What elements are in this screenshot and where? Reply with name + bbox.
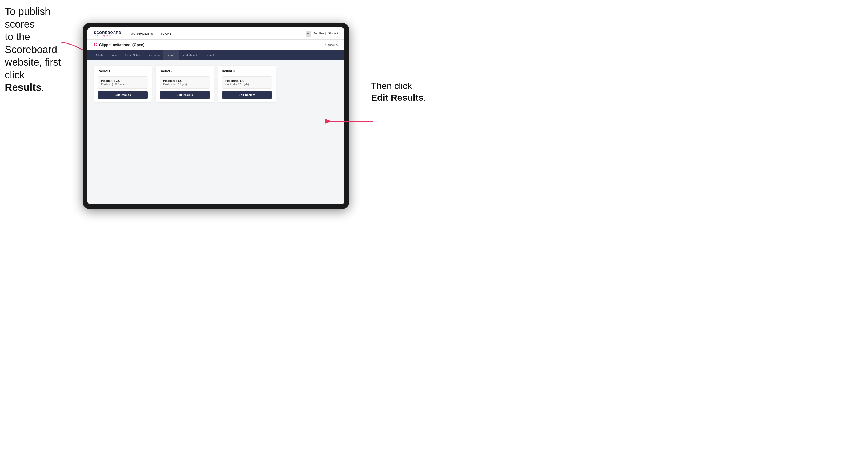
- instruction-right-post: .: [424, 93, 426, 103]
- edit-results-round-2[interactable]: Edit Results: [160, 91, 210, 99]
- close-icon: ✕: [336, 43, 338, 46]
- logo-scoreboard: SCOREBOARD: [94, 31, 122, 34]
- tab-details[interactable]: Details: [92, 50, 106, 60]
- rounds-grid: Round 1 Peachtree GC Gold (M) (7010 yds)…: [94, 66, 338, 102]
- round-2-course-details: Gold (M) (7010 yds): [163, 83, 207, 86]
- instruction-right-line2: Edit Results: [371, 93, 423, 103]
- tab-results[interactable]: Results: [163, 50, 179, 60]
- edit-results-round-3[interactable]: Edit Results: [222, 91, 272, 99]
- round-2-title: Round 2: [160, 69, 210, 73]
- edit-results-round-1[interactable]: Edit Results: [98, 91, 148, 99]
- tournament-header: C Clippd Invitational (Open) Cancel ✕: [87, 40, 344, 50]
- round-3-title: Round 3: [222, 69, 272, 73]
- round-2-card: Round 2 Peachtree GC Gold (M) (7010 yds)…: [156, 66, 214, 102]
- user-avatar: TU: [306, 31, 311, 36]
- round-2-course-card: Peachtree GC Gold (M) (7010 yds): [160, 76, 210, 89]
- user-name: Test User |: [313, 32, 326, 35]
- round-1-course-card: Peachtree GC Gold (M) (7010 yds): [98, 76, 148, 89]
- empty-column: [280, 66, 338, 102]
- round-3-course-card: Peachtree GC Gold (M) (7010 yds): [222, 76, 272, 89]
- logo-sub: Powered by clippd: [94, 34, 122, 36]
- round-1-title: Round 1: [98, 69, 148, 73]
- tab-printables[interactable]: Printables: [202, 50, 220, 60]
- tab-course-setup[interactable]: Course Setup: [121, 50, 143, 60]
- tournament-icon: C: [94, 42, 97, 47]
- instruction-left: To publish scores to the Scoreboard webs…: [5, 5, 63, 94]
- instruction-line4: click Results.: [5, 69, 44, 93]
- nav-teams[interactable]: TEAMS: [161, 31, 172, 36]
- round-1-course-name: Peachtree GC: [101, 79, 145, 82]
- tab-teams[interactable]: Teams: [106, 50, 121, 60]
- instruction-line1: To publish scores: [5, 6, 51, 30]
- cancel-button[interactable]: Cancel ✕: [326, 43, 338, 46]
- round-1-card: Round 1 Peachtree GC Gold (M) (7010 yds)…: [94, 66, 152, 102]
- instruction-right-line1: Then click: [371, 81, 412, 91]
- tablet-screen: SCOREBOARD Powered by clippd TOURNAMENTS…: [87, 27, 344, 205]
- round-3-card: Round 3 Peachtree GC Gold (M) (7010 yds)…: [218, 66, 276, 102]
- main-content: Round 1 Peachtree GC Gold (M) (7010 yds)…: [87, 60, 344, 205]
- round-3-course-name: Peachtree GC: [225, 79, 269, 82]
- tournament-title: C Clippd Invitational (Open): [94, 42, 145, 47]
- tournament-name: Clippd Invitational (Open): [99, 43, 145, 47]
- sign-out-link[interactable]: Sign out: [328, 32, 338, 35]
- round-1-course-details: Gold (M) (7010 yds): [101, 83, 145, 86]
- round-2-course-name: Peachtree GC: [163, 79, 207, 82]
- tab-bar: Details Teams Course Setup Tee Groups Re…: [87, 50, 344, 60]
- instruction-right: Then click Edit Results.: [371, 80, 426, 103]
- logo-area: SCOREBOARD Powered by clippd: [94, 31, 122, 36]
- round-3-course-details: Gold (M) (7010 yds): [225, 83, 269, 86]
- tab-leaderboards[interactable]: Leaderboards: [179, 50, 202, 60]
- top-nav: SCOREBOARD Powered by clippd TOURNAMENTS…: [87, 27, 344, 40]
- instruction-line2: to the Scoreboard: [5, 31, 57, 55]
- nav-tournaments[interactable]: TOURNAMENTS: [129, 31, 153, 36]
- tablet-frame: SCOREBOARD Powered by clippd TOURNAMENTS…: [83, 23, 349, 209]
- nav-right: TU Test User | Sign out: [306, 31, 338, 36]
- nav-links: TOURNAMENTS TEAMS: [129, 31, 306, 36]
- instruction-line3: website, first: [5, 57, 61, 68]
- tab-tee-groups[interactable]: Tee Groups: [143, 50, 163, 60]
